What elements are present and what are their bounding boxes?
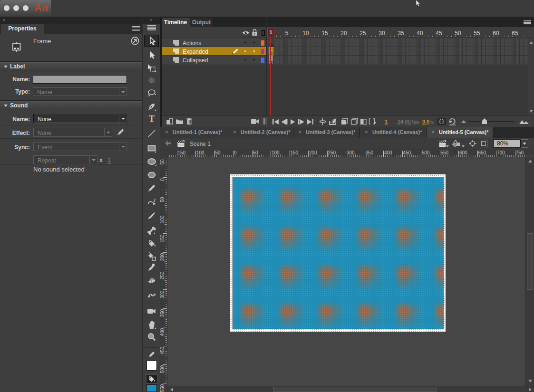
svg-text:T: T: [149, 114, 155, 124]
